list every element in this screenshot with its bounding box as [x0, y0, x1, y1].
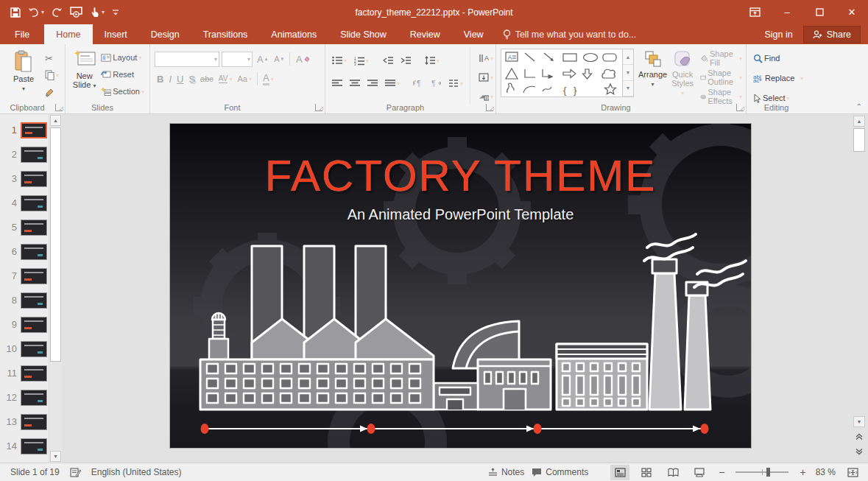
copy-dropdown-caret[interactable]: ▾	[56, 72, 59, 79]
slide-thumbnail-image[interactable]	[21, 195, 47, 211]
maximize-button[interactable]	[803, 0, 836, 24]
rtl-direction-button[interactable]	[428, 75, 443, 91]
shape-effects-button[interactable]: Shape Effects▾	[698, 88, 744, 105]
slide-thumbnail-image[interactable]	[21, 317, 47, 333]
slide-thumbnail-image[interactable]	[21, 390, 47, 406]
underline-button[interactable]: U	[174, 71, 186, 87]
undo-dropdown-caret[interactable]: ▾	[41, 9, 44, 15]
close-button[interactable]: ✕	[836, 0, 868, 24]
tab-view[interactable]: View	[452, 24, 495, 44]
next-slide-button[interactable]	[853, 446, 865, 457]
slide-thumbnail-image[interactable]	[21, 244, 47, 260]
slide-thumbnail[interactable]: 1	[0, 122, 47, 138]
comments-button[interactable]: Comments	[532, 467, 588, 477]
sign-in-link[interactable]: Sign in	[754, 29, 802, 40]
shape-effects-caret[interactable]: ▾	[739, 94, 742, 100]
shape-fill-button[interactable]: Shape Fill▾	[698, 50, 744, 66]
paste-button[interactable]: Paste ▾	[4, 47, 43, 100]
shapes-scroll-down[interactable]: ▼	[623, 65, 633, 80]
customize-qat-icon[interactable]	[112, 8, 119, 17]
zoom-out-button[interactable]: −	[716, 466, 727, 478]
shapes-scroll-up[interactable]: ▲	[623, 49, 633, 65]
shapes-more-button[interactable]: ▼	[623, 81, 633, 96]
slide-thumbnail[interactable]: 3	[0, 170, 47, 187]
text-direction-caret[interactable]: ▾	[490, 55, 493, 62]
slide-thumbnail[interactable]: 5	[0, 219, 47, 236]
slide-thumbnail-image[interactable]	[21, 147, 47, 163]
paragraph-dialog-launcher[interactable]	[486, 104, 493, 111]
align-right-button[interactable]	[365, 75, 380, 91]
slide-thumbnail[interactable]: 8	[0, 292, 47, 309]
slide-show-button[interactable]	[690, 465, 709, 480]
touch-mouse-mode-icon[interactable]: ▾	[90, 7, 105, 18]
tab-review[interactable]: Review	[398, 24, 452, 44]
undo-icon[interactable]: ▾	[28, 7, 44, 18]
scroll-thumb[interactable]	[853, 128, 865, 152]
section-caret[interactable]: ▾	[141, 88, 144, 95]
slide-sorter-view-button[interactable]	[637, 465, 656, 480]
align-center-button[interactable]	[347, 75, 362, 91]
arrange-button[interactable]: Arrange ▾	[638, 47, 667, 100]
slide-thumbnail[interactable]: 7	[0, 267, 47, 284]
change-case-button[interactable]: Aa▾	[235, 71, 253, 87]
tab-slide-show[interactable]: Slide Show	[328, 24, 398, 44]
zoom-slider[interactable]	[735, 471, 788, 473]
smartart-caret[interactable]: ▾	[490, 94, 493, 100]
slide-thumbnail[interactable]: 2	[0, 146, 47, 163]
normal-view-button[interactable]	[610, 465, 629, 480]
copy-button[interactable]: ▾	[43, 67, 61, 83]
quick-styles-caret[interactable]: ▾	[681, 90, 684, 96]
clear-formatting-button[interactable]: A	[294, 51, 312, 67]
text-direction-button[interactable]: ▾	[476, 50, 495, 66]
font-color-caret[interactable]: ▾	[271, 76, 274, 82]
numbering-caret[interactable]: ▾	[366, 57, 369, 64]
strikethrough-button[interactable]: abc	[198, 71, 216, 87]
tab-insert[interactable]: Insert	[93, 24, 139, 44]
shrink-font-button[interactable]: A▾	[272, 51, 286, 67]
bold-button[interactable]: B	[155, 71, 166, 87]
save-icon[interactable]	[10, 7, 21, 18]
slide-thumbnail-image[interactable]	[21, 122, 47, 138]
layout-button[interactable]: Layout▾	[99, 49, 147, 66]
align-text-caret[interactable]: ▾	[490, 74, 493, 81]
slide-thumbnail-image[interactable]	[21, 438, 47, 454]
slide-thumbnail-image[interactable]	[21, 268, 47, 284]
notes-button[interactable]: Notes	[488, 467, 524, 477]
ribbon-display-options-icon[interactable]	[738, 0, 771, 24]
italic-button[interactable]: I	[166, 71, 174, 87]
tell-me-box[interactable]: Tell me what you want to do...	[495, 24, 644, 44]
font-size-combo[interactable]: ▾	[222, 52, 253, 67]
ltr-direction-button[interactable]	[411, 75, 426, 91]
spacing-caret[interactable]: ▾	[229, 76, 232, 82]
align-left-button[interactable]	[330, 75, 345, 91]
font-dialog-launcher[interactable]	[315, 104, 322, 111]
slide-thumbnail[interactable]: 4	[0, 194, 47, 211]
character-spacing-button[interactable]: AV▾	[216, 71, 235, 87]
shape-outline-button[interactable]: Shape Outline▾	[698, 69, 744, 85]
replace-button[interactable]: abac Replace ▾	[751, 70, 814, 86]
columns-caret[interactable]: ▾	[460, 80, 463, 87]
minimize-button[interactable]: –	[771, 0, 803, 24]
arrange-caret[interactable]: ▾	[652, 81, 654, 88]
slide-thumbnail[interactable]: 14	[0, 438, 47, 454]
slide-thumbnail[interactable]: 11	[0, 365, 47, 382]
columns-button[interactable]: ▾	[446, 75, 465, 91]
shape-outline-caret[interactable]: ▾	[739, 74, 742, 81]
convert-smartart-button[interactable]: ▾	[476, 88, 495, 105]
tab-home[interactable]: Home	[44, 24, 92, 44]
tab-file[interactable]: File	[0, 24, 44, 44]
scroll-up-button[interactable]: ▲	[853, 116, 865, 127]
drawing-dialog-launcher[interactable]	[736, 104, 744, 111]
case-caret[interactable]: ▾	[249, 76, 252, 82]
justify-button[interactable]: ▾	[383, 75, 402, 91]
slide-thumbnail[interactable]: 6	[0, 243, 47, 260]
slide-thumbnail-image[interactable]	[21, 220, 47, 236]
zoom-level[interactable]: 83 %	[816, 467, 836, 477]
text-shadow-button[interactable]: S	[186, 71, 197, 87]
line-spacing-caret[interactable]: ▾	[437, 57, 440, 64]
decrease-indent-button[interactable]	[381, 52, 395, 69]
new-slide-button[interactable]: New Slide ▾	[70, 47, 99, 100]
bullets-button[interactable]: ▾	[330, 52, 349, 69]
font-name-combo[interactable]: ▾	[155, 52, 219, 67]
slide-thumbnail[interactable]: 13	[0, 413, 47, 430]
